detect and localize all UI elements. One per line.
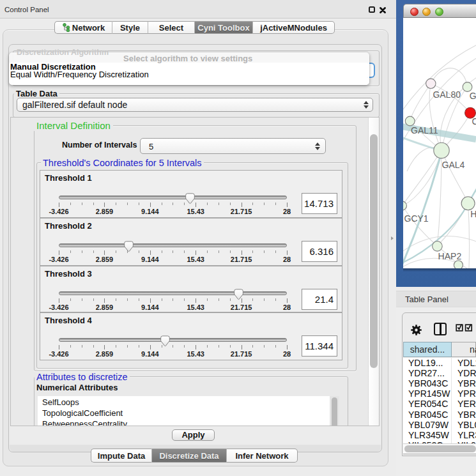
svg-text:GAL4: GAL4 bbox=[442, 160, 465, 170]
svg-text:H: H bbox=[470, 209, 476, 219]
svg-text:G.: G. bbox=[470, 91, 476, 101]
svg-text:GCY1: GCY1 bbox=[404, 213, 429, 224]
svg-text:HAP2: HAP2 bbox=[438, 251, 462, 261]
svg-text:GAL11: GAL11 bbox=[411, 125, 438, 135]
svg-text:GAL80: GAL80 bbox=[433, 89, 461, 100]
svg-text:C: C bbox=[472, 116, 476, 127]
